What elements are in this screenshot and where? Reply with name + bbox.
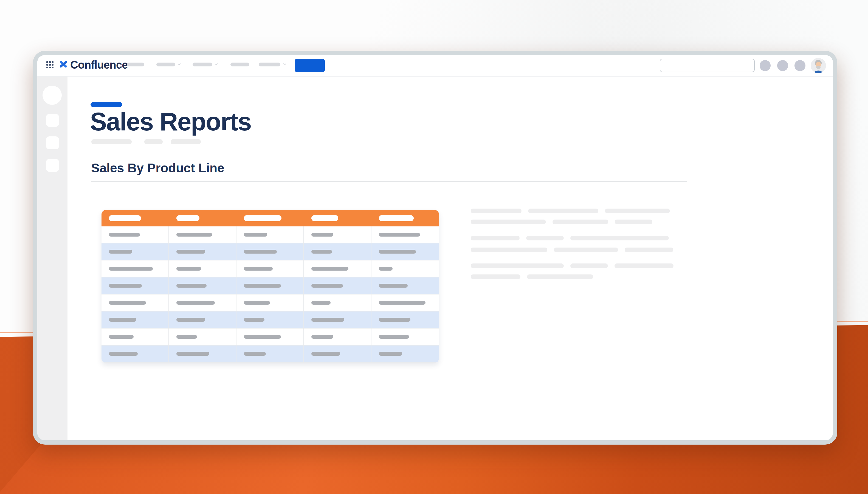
sidebar-item[interactable]	[46, 136, 59, 149]
nav-menu-item[interactable]	[259, 62, 286, 66]
table-cell-placeholder	[379, 352, 402, 356]
table-cell-placeholder	[244, 267, 273, 271]
table-cell-placeholder	[379, 284, 408, 288]
table-cell	[372, 226, 439, 243]
table-cell	[372, 278, 439, 294]
sidebar-space-icon[interactable]	[42, 86, 62, 105]
table-cell	[236, 278, 304, 294]
table-cell	[372, 345, 439, 363]
table-cell	[101, 294, 169, 311]
table-cell	[304, 261, 372, 278]
table-cell-placeholder	[176, 250, 205, 253]
table-cell-placeholder	[311, 233, 333, 236]
table-cell-placeholder	[176, 352, 209, 356]
left-sidebar	[37, 77, 67, 440]
text-placeholder	[528, 209, 598, 213]
table-cell	[236, 328, 304, 345]
paragraph-line	[471, 248, 673, 252]
table-cell	[236, 311, 304, 328]
page-content: Sales Reports Sales By Product Line	[67, 77, 833, 440]
text-placeholder	[471, 220, 546, 224]
nav-icon-circle[interactable]	[760, 60, 771, 71]
create-button[interactable]	[295, 59, 325, 72]
table-cell	[169, 243, 236, 261]
table-cell-placeholder	[176, 233, 212, 236]
text-placeholder	[554, 248, 618, 252]
title-meta-pill	[171, 139, 201, 144]
table-cell-placeholder	[379, 267, 393, 271]
title-accent-bar	[91, 102, 122, 107]
nav-menu-item[interactable]	[127, 62, 144, 66]
text-placeholder	[570, 236, 669, 241]
table-cell-placeholder	[244, 284, 281, 288]
nav-menu-item-placeholder	[156, 62, 175, 66]
table-cell	[101, 278, 169, 294]
paragraph-line	[471, 274, 593, 279]
app-grid-icon[interactable]	[46, 61, 54, 68]
table-cell-placeholder	[109, 335, 134, 339]
nav-menu-item[interactable]	[156, 62, 181, 66]
text-placeholder	[471, 236, 519, 241]
table-cell-placeholder	[244, 318, 264, 322]
table-cell-placeholder	[379, 250, 416, 253]
desktop-background: Confluence	[0, 0, 868, 494]
table-cell	[372, 328, 439, 345]
table-header-placeholder	[176, 215, 199, 221]
nav-menu-item-placeholder	[127, 62, 144, 66]
table-cell	[169, 311, 236, 328]
table-cell	[304, 328, 372, 345]
table-cell-placeholder	[311, 352, 340, 356]
table-cell-placeholder	[176, 335, 197, 339]
text-placeholder	[570, 264, 608, 268]
table-cell	[372, 294, 439, 311]
table-cell	[304, 226, 372, 243]
table-cell-placeholder	[311, 284, 343, 288]
table-header-placeholder	[244, 215, 281, 221]
table-cell-placeholder	[311, 301, 331, 305]
table-cell-placeholder	[244, 352, 266, 356]
confluence-logo-icon[interactable]	[59, 60, 68, 69]
text-placeholder	[605, 209, 670, 213]
user-avatar[interactable]	[811, 58, 826, 73]
table-header-cell	[101, 210, 169, 226]
table-cell-placeholder	[244, 250, 277, 253]
table-cell	[169, 226, 236, 243]
table-cell	[304, 294, 372, 311]
section-heading: Sales By Product Line	[91, 160, 224, 175]
browser-window: Confluence	[33, 51, 837, 444]
search-input[interactable]	[666, 62, 751, 70]
paragraph-line	[471, 264, 673, 268]
brand-wordmark[interactable]: Confluence	[70, 59, 128, 71]
title-meta-pill	[91, 139, 132, 144]
text-placeholder	[526, 236, 564, 241]
chevron-down-icon	[215, 62, 218, 65]
table-cell-placeholder	[109, 233, 140, 236]
nav-menu-item-placeholder	[231, 62, 249, 66]
nav-icon-circle[interactable]	[777, 60, 788, 71]
table-cell-placeholder	[379, 318, 410, 322]
search-box[interactable]	[660, 59, 755, 72]
sidebar-item[interactable]	[46, 114, 59, 127]
text-placeholder	[615, 220, 652, 224]
table-cell-placeholder	[176, 301, 215, 305]
nav-menu-item-placeholder	[259, 62, 280, 66]
table-cell-placeholder	[311, 250, 332, 253]
table-cell-placeholder	[109, 250, 132, 253]
section-divider	[91, 181, 687, 182]
table-cell-placeholder	[311, 335, 333, 339]
table-cell-placeholder	[109, 318, 136, 322]
nav-menu-item[interactable]	[193, 62, 218, 66]
text-placeholder	[527, 274, 593, 279]
paragraph-line	[471, 236, 669, 241]
nav-menu-item[interactable]	[231, 62, 249, 66]
top-navbar: Confluence	[37, 55, 833, 77]
table-cell-placeholder	[311, 318, 344, 322]
table-cell	[169, 294, 236, 311]
sidebar-item[interactable]	[46, 159, 59, 172]
nav-icon-circle[interactable]	[794, 60, 806, 71]
text-placeholder	[471, 264, 564, 268]
table-header-placeholder	[379, 215, 414, 221]
table-cell-placeholder	[109, 352, 138, 356]
paragraph-skeleton	[471, 209, 679, 288]
table-cell	[236, 345, 304, 363]
